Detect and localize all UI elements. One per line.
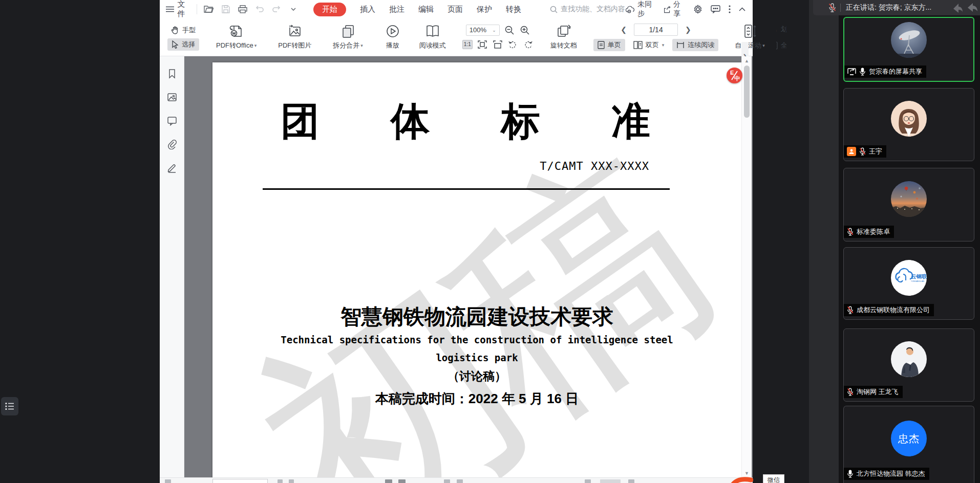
play-label: 播放 — [386, 41, 399, 50]
status-icon[interactable] — [444, 479, 450, 483]
status-icon[interactable] — [278, 479, 283, 483]
open-file-button[interactable] — [202, 3, 216, 16]
word-translate-button[interactable]: a中 划词 — [776, 23, 786, 35]
tab-insert[interactable]: 插入 — [360, 5, 375, 14]
zoom-out-icon — [505, 26, 514, 35]
draft-watermark: 初稿 — [212, 97, 741, 477]
chevron-up-icon — [739, 7, 745, 11]
tab-protect[interactable]: 保护 — [477, 5, 492, 14]
fit-page-button[interactable] — [477, 39, 488, 50]
side-rail — [160, 56, 184, 477]
status-icon[interactable] — [385, 479, 392, 483]
document-subtitle-en-2: logistics park — [212, 352, 741, 363]
scroll-down-arrow[interactable]: ▼ — [742, 471, 752, 476]
fit-width-button[interactable] — [492, 39, 503, 50]
pdf-to-office-button[interactable]: PDF转Office▾ — [210, 22, 263, 52]
rotate-left-button[interactable] — [507, 39, 519, 50]
translate-badge-en: E — [730, 70, 734, 76]
participant-tile[interactable]: 标准委陈卓 — [843, 168, 974, 242]
reading-mode-button[interactable]: 阅读模式 — [413, 22, 452, 52]
image-panel-icon[interactable] — [167, 92, 177, 102]
scroll-up-arrow[interactable]: ▲ — [742, 58, 752, 63]
single-page-button[interactable]: 单页 — [593, 39, 625, 51]
feedback-button[interactable] — [711, 5, 720, 14]
wps-taskbar-logo[interactable] — [729, 477, 753, 483]
settings-button[interactable] — [693, 5, 702, 14]
mic-muted-icon — [847, 388, 854, 396]
floating-translate-badge[interactable]: E 中 — [727, 68, 742, 83]
print-button[interactable] — [236, 3, 249, 16]
signature-icon[interactable] — [167, 163, 177, 173]
participant-tile[interactable]: 淘钢网 王龙飞 — [843, 328, 974, 402]
comment-bubble-icon — [711, 5, 720, 14]
full-translate-button[interactable]: 中 全文 — [776, 39, 786, 52]
next-page-button[interactable]: ❯ — [682, 26, 694, 34]
undo-button[interactable] — [253, 3, 266, 16]
pdf-to-image-button[interactable]: PDF转图片 — [272, 22, 317, 52]
zoom-level-select[interactable]: 100% ⌄ — [466, 25, 500, 36]
tab-page[interactable]: 页面 — [448, 5, 463, 14]
horizontal-rule — [263, 188, 670, 190]
tab-edit[interactable]: 编辑 — [418, 5, 434, 14]
continuous-reading-button[interactable]: 连续阅读 — [672, 39, 718, 51]
status-zoom-slider[interactable] — [600, 479, 621, 483]
attachment-icon[interactable] — [167, 139, 177, 149]
play-icon — [386, 24, 400, 38]
rotate-document-button[interactable]: 旋转文档 — [544, 22, 583, 52]
status-icon[interactable] — [457, 479, 463, 483]
zoom-in-button[interactable] — [519, 25, 530, 36]
status-icon[interactable] — [628, 479, 634, 483]
bookmark-icon[interactable] — [167, 69, 177, 79]
participant-tile[interactable]: 忠杰 北方恒达物流园 韩忠杰 — [843, 406, 974, 483]
previous-page-button[interactable]: ❮ — [617, 26, 630, 34]
avatar-hot-air-balloons — [891, 181, 927, 217]
status-icon[interactable] — [165, 479, 171, 483]
participant-tile[interactable]: 云钢联 YUNGANGLIAN 成都云钢联物流有限公司 — [843, 247, 974, 320]
divider — [197, 4, 197, 14]
divider — [840, 4, 841, 12]
save-button[interactable] — [219, 3, 232, 16]
logo-text: 云钢联 — [911, 273, 927, 279]
kebab-menu-icon — [729, 5, 731, 13]
tab-convert[interactable]: 转换 — [506, 5, 521, 14]
status-icon[interactable] — [585, 479, 591, 483]
sync-status-button[interactable]: 未同步 — [626, 0, 655, 18]
search-input[interactable]: 查找功能、文档内容 — [550, 5, 626, 14]
raise-hand-icon[interactable] — [951, 2, 965, 14]
tab-home[interactable]: 开始 — [313, 3, 346, 16]
participant-tile[interactable]: 贺宗春的屏幕共享 — [843, 17, 974, 82]
reply-arrow-icon[interactable] — [966, 2, 979, 14]
auto-scroll-button[interactable]: 自动滚动▾ — [729, 22, 771, 52]
collapse-toolbar-button[interactable] — [739, 7, 745, 11]
fit-width-icon — [493, 40, 502, 49]
page-number-input[interactable]: 1/14 — [634, 24, 678, 36]
outline-list-widget[interactable] — [1, 397, 18, 415]
rotate-document-label: 旋转文档 — [550, 41, 577, 50]
zoom-out-button[interactable] — [504, 25, 515, 36]
status-icon[interactable] — [398, 479, 406, 483]
play-button[interactable]: 播放 — [379, 22, 406, 52]
status-page-input[interactable] — [212, 479, 268, 483]
comment-panel-icon[interactable] — [167, 116, 177, 126]
redo-button[interactable] — [270, 3, 283, 16]
vertical-scrollbar[interactable]: ▲ ▼ — [741, 56, 752, 477]
chevron-down-icon: ▾ — [254, 43, 257, 48]
sync-status-label: 未同步 — [637, 0, 655, 18]
share-button[interactable]: 分享 — [664, 0, 685, 18]
avatar-yunganglian-logo: 云钢联 YUNGANGLIAN — [891, 260, 927, 296]
actual-size-label: 1:1 — [464, 41, 471, 47]
participant-tile[interactable]: 王宇 — [843, 88, 974, 161]
rotate-right-button[interactable] — [523, 39, 534, 50]
file-menu-button[interactable]: 文件 — [166, 0, 191, 19]
status-bar — [160, 477, 753, 483]
double-page-button[interactable]: 双页 ▾ — [629, 39, 669, 51]
hand-tool-button[interactable]: 手型 — [167, 24, 200, 36]
split-merge-button[interactable]: 拆分合并▾ — [327, 22, 369, 52]
actual-size-button[interactable]: 1:1 — [462, 40, 473, 49]
tab-comment[interactable]: 批注 — [389, 5, 404, 14]
qat-more-dropdown[interactable] — [287, 3, 300, 16]
more-menu-button[interactable] — [729, 5, 731, 13]
select-tool-button[interactable]: 选择 — [167, 38, 199, 51]
scrollbar-thumb[interactable] — [744, 65, 750, 118]
status-icon[interactable] — [289, 479, 294, 483]
